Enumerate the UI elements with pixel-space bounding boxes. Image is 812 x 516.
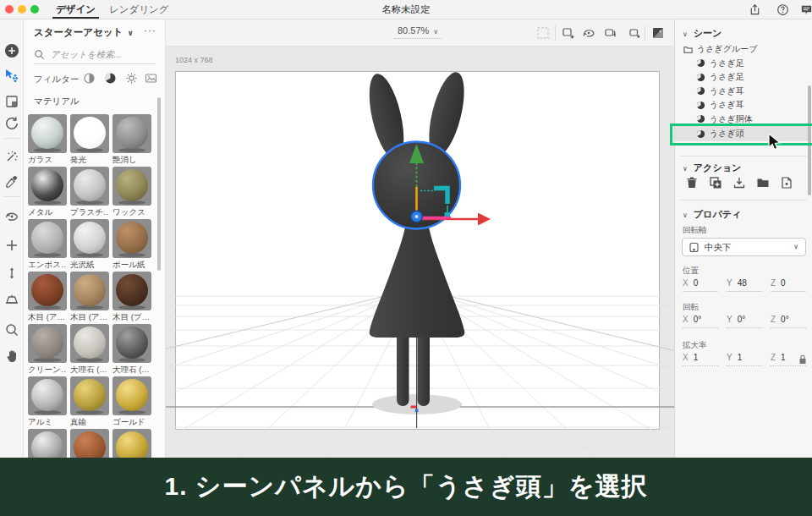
asset-search-input[interactable]: アセットを検索... xyxy=(34,47,156,64)
material-swatch[interactable]: 大理石 (… xyxy=(70,324,109,376)
material-swatch[interactable]: ガラス xyxy=(28,114,67,166)
add-content-icon[interactable] xyxy=(4,43,19,58)
rotation-label: 回転 xyxy=(683,302,699,313)
select-move-tool-icon[interactable] xyxy=(4,69,19,84)
tutorial-banner: 1. シーンパネルから「うさぎ頭」を選択 xyxy=(0,458,812,516)
material-thumbnail[interactable] xyxy=(112,376,151,415)
pan-camera-tool-icon[interactable] xyxy=(4,238,19,253)
material-swatch[interactable]: プラスチ… xyxy=(70,167,109,218)
share-icon[interactable] xyxy=(749,3,761,16)
material-thumbnail[interactable] xyxy=(112,219,151,258)
material-label: アルミ xyxy=(28,417,67,428)
rotation-x-field[interactable]: X0° xyxy=(683,315,718,328)
material-thumbnail[interactable] xyxy=(70,376,109,415)
delete-icon[interactable] xyxy=(685,176,699,189)
material-thumbnail[interactable] xyxy=(112,167,151,206)
help-icon[interactable] xyxy=(776,3,789,16)
scale-x-field[interactable]: X1 xyxy=(683,353,718,366)
camera-bookmarks-icon[interactable] xyxy=(628,26,641,40)
material-sphere-preview xyxy=(31,169,63,201)
scene-item[interactable]: うさぎ足 xyxy=(675,57,810,71)
material-thumbnail[interactable] xyxy=(70,114,109,153)
scene-item[interactable]: うさぎ足 xyxy=(675,70,810,85)
material-sphere-preview xyxy=(31,222,63,254)
position-z-field[interactable]: Z0 xyxy=(771,278,806,292)
scene-item[interactable]: うさぎ耳 xyxy=(675,85,810,99)
position-fields: X0 Y48 Z0 xyxy=(683,278,809,293)
render-preview-toggle-icon[interactable] xyxy=(651,26,665,40)
properties-panel-header[interactable]: ∨プロパティ xyxy=(683,208,741,221)
material-thumbnail[interactable] xyxy=(70,272,109,310)
material-swatch[interactable]: メタル xyxy=(28,167,67,218)
material-swatch[interactable]: アルミ xyxy=(28,376,67,428)
viewport-canvas[interactable]: 1024 x 768 xyxy=(166,47,674,516)
material-thumbnail[interactable] xyxy=(112,324,151,363)
actions-panel-header[interactable]: ∨アクション xyxy=(683,162,741,174)
position-y-field[interactable]: Y48 xyxy=(727,278,762,292)
material-swatch[interactable]: 大理石 (… xyxy=(112,324,151,376)
material-thumbnail[interactable] xyxy=(70,167,109,206)
new-file-icon[interactable] xyxy=(780,176,793,189)
material-swatch[interactable]: ボール紙 xyxy=(112,219,151,271)
scene-item-label: うさぎ足 xyxy=(710,58,744,69)
orbit-hand-icon[interactable] xyxy=(582,26,595,40)
material-thumbnail[interactable] xyxy=(70,324,109,363)
rotation-y-field[interactable]: Y0° xyxy=(727,315,762,328)
pivot-axis-select[interactable]: 中央下 ∨ xyxy=(682,238,806,256)
camera-bookmark-add-icon[interactable] xyxy=(562,26,575,40)
material-swatch[interactable]: 発光 xyxy=(70,114,109,166)
hand-tool-icon[interactable] xyxy=(4,349,19,364)
feedback-icon[interactable] xyxy=(800,3,812,16)
material-thumbnail[interactable] xyxy=(28,272,67,310)
position-x-field[interactable]: X0 xyxy=(683,278,718,292)
duplicate-group-icon[interactable] xyxy=(709,176,722,189)
material-swatch[interactable]: エンボス… xyxy=(28,219,67,271)
material-swatch[interactable]: 木目 (ブ… xyxy=(112,272,151,323)
scene-group-row[interactable]: うさぎグループ xyxy=(675,42,810,57)
application-window: デザイン レンダリング 名称未設定 xyxy=(0,0,812,516)
material-swatch[interactable]: 光沢紙 xyxy=(70,219,109,271)
material-swatch[interactable]: 木目 (ア… xyxy=(28,272,67,323)
orbit-camera-tool-icon[interactable] xyxy=(4,209,19,224)
zoom-level-dropdown[interactable]: 80.57%∨ xyxy=(394,25,442,39)
material-swatch[interactable]: 艶消し xyxy=(112,114,151,166)
scene-item[interactable]: うさぎ耳 xyxy=(675,98,810,113)
filter-lights-icon[interactable] xyxy=(125,72,138,85)
material-swatch[interactable]: 木目 (ア… xyxy=(70,272,109,323)
material-thumbnail[interactable] xyxy=(28,324,67,363)
assets-more-menu[interactable]: ··· xyxy=(144,25,156,36)
rotate-tool-icon[interactable] xyxy=(4,116,19,131)
material-swatch[interactable]: クリーン… xyxy=(28,324,67,376)
scene-panel-header[interactable]: ∨シーン xyxy=(683,27,721,40)
mouse-cursor xyxy=(766,133,783,151)
starter-assets-panel: スターターアセット∨ ··· アセットを検索... フィルター マテリアル▾ ガ… xyxy=(24,19,166,516)
assets-scrollbar[interactable] xyxy=(157,97,161,271)
export-icon[interactable] xyxy=(732,176,746,189)
material-thumbnail[interactable] xyxy=(28,167,67,206)
rotation-z-field[interactable]: Z0° xyxy=(771,315,806,328)
material-thumbnail[interactable] xyxy=(70,219,109,258)
assets-panel-title[interactable]: スターターアセット∨ xyxy=(34,26,134,39)
filter-models-icon[interactable] xyxy=(83,72,96,85)
material-swatch[interactable]: ゴールド xyxy=(112,376,151,428)
camera-rotate-icon[interactable] xyxy=(604,26,617,40)
dolly-camera-tool-icon[interactable] xyxy=(4,266,19,281)
scale-lock-icon[interactable] xyxy=(798,354,807,365)
horizon-tool-icon[interactable] xyxy=(4,293,19,308)
filter-images-icon[interactable] xyxy=(145,72,157,85)
material-thumbnail[interactable] xyxy=(28,219,67,258)
filter-materials-icon[interactable] xyxy=(104,72,117,85)
materials-section-header[interactable]: マテリアル▾ xyxy=(34,96,159,107)
material-thumbnail[interactable] xyxy=(112,114,151,153)
material-swatch[interactable]: 真鍮 xyxy=(70,376,109,428)
material-thumbnail[interactable] xyxy=(112,272,151,310)
eyedropper-tool-icon[interactable] xyxy=(4,174,19,189)
material-thumbnail[interactable] xyxy=(28,114,67,153)
scale-tool-icon[interactable] xyxy=(4,94,19,109)
magic-wand-tool-icon[interactable] xyxy=(4,149,19,164)
folder-icon[interactable] xyxy=(756,176,770,189)
material-swatch[interactable]: ワックス xyxy=(112,167,151,218)
material-thumbnail[interactable] xyxy=(28,376,67,415)
scale-y-field[interactable]: Y1 xyxy=(727,353,762,366)
zoom-tool-icon[interactable] xyxy=(4,322,19,338)
